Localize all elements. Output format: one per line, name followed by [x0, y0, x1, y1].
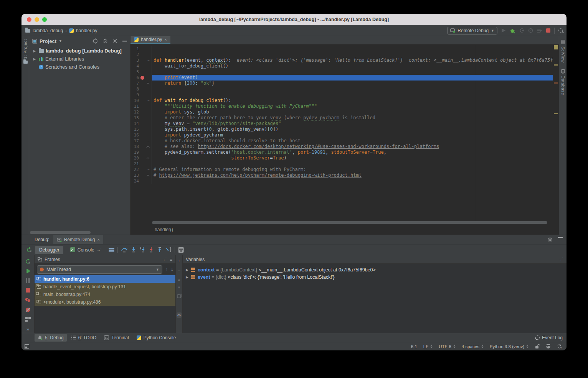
rerun-icon[interactable]: [25, 258, 31, 265]
encoding-widget[interactable]: UTF-8: [439, 344, 456, 349]
gutter[interactable]: 23: [130, 173, 152, 178]
code-line[interactable]: 2: [130, 52, 553, 58]
project-tree-item[interactable]: Scratches and Consoles: [29, 63, 130, 71]
breakpoint-slot[interactable]: [139, 150, 146, 155]
fold-marker[interactable]: [146, 144, 151, 150]
close-icon[interactable]: ×: [164, 37, 167, 42]
tree-item-label[interactable]: Scratches and Consoles: [45, 64, 99, 70]
variable-value[interactable]: <__main__.LambdaContext object at 0x7f6a…: [259, 267, 376, 273]
fold-marker[interactable]: [146, 75, 151, 81]
breakpoint-slot[interactable]: [139, 75, 146, 81]
indent-widget[interactable]: 4 spaces: [462, 344, 484, 349]
gutter[interactable]: 14: [130, 121, 152, 127]
frame-label[interactable]: handle_event_request, bootstrap.py:131: [43, 284, 126, 289]
breakpoint-slot[interactable]: [139, 155, 146, 161]
run-with-coverage-button[interactable]: [519, 28, 524, 33]
gutter[interactable]: 4: [130, 63, 152, 69]
variable-name[interactable]: context: [198, 267, 215, 273]
fold-marker[interactable]: [146, 86, 151, 92]
run-configuration-select[interactable]: Remote Debug ▼: [447, 27, 497, 35]
database-stripe-label[interactable]: Database: [561, 76, 565, 95]
chevron-down-icon[interactable]: ▼: [59, 39, 62, 43]
warning-mark[interactable]: [554, 82, 558, 84]
stop-button[interactable]: [546, 28, 550, 33]
variable-name[interactable]: event: [198, 274, 210, 280]
breakpoint-slot[interactable]: [139, 52, 146, 58]
breakpoint-slot[interactable]: [139, 121, 146, 127]
tab-debugger[interactable]: Debugger: [35, 246, 63, 254]
profiler-button[interactable]: [528, 28, 533, 33]
close-window-button[interactable]: [27, 17, 31, 22]
run-to-cursor-icon[interactable]: [165, 247, 172, 253]
minimize-window-button[interactable]: [35, 17, 39, 22]
run-anything-button[interactable]: [537, 28, 542, 33]
gutter[interactable]: 15: [130, 127, 152, 132]
project-panel-title[interactable]: Project: [40, 38, 56, 44]
run-button[interactable]: [501, 28, 506, 33]
fold-marker[interactable]: −: [146, 167, 151, 173]
fold-marker[interactable]: [146, 127, 151, 132]
breakpoint-slot[interactable]: [139, 167, 146, 173]
variable-value[interactable]: <class 'dict'>: {'message': 'Hello from …: [228, 274, 334, 280]
step-over-icon[interactable]: [121, 247, 128, 253]
code-line[interactable]: 16 import pydevd_pycharm: [130, 132, 553, 138]
editor-breadcrumb-label[interactable]: handler(): [155, 227, 173, 232]
debug-session-tab-label[interactable]: Remote Debug: [64, 237, 95, 242]
fold-marker[interactable]: [146, 161, 151, 167]
tree-item-label[interactable]: External Libraries: [45, 56, 84, 62]
gutter[interactable]: 9: [130, 92, 152, 98]
stack-frame-row[interactable]: handler, handler.py:6: [35, 275, 175, 283]
gutter[interactable]: 19: [130, 150, 152, 155]
frame-label[interactable]: handler, handler.py:6: [43, 276, 89, 282]
highlighting-level-icon[interactable]: [546, 344, 551, 349]
editor-breadcrumb[interactable]: handler(): [130, 225, 559, 235]
breakpoint-slot[interactable]: [139, 161, 146, 167]
fold-marker[interactable]: [146, 52, 151, 58]
breakpoint-slot[interactable]: [139, 138, 146, 144]
step-into-icon[interactable]: [131, 247, 136, 253]
code-line[interactable]: 20 stderrToServer=True): [130, 155, 553, 161]
breakpoint-slot[interactable]: [139, 46, 146, 52]
code-line[interactable]: 5: [130, 69, 553, 75]
event-log-label[interactable]: Event Log: [542, 335, 563, 340]
pin-icon[interactable]: →˙: [97, 248, 102, 252]
event-log-button[interactable]: Event Log: [535, 335, 563, 340]
code-area[interactable]: 123−def handler(event, context): event: …: [130, 44, 553, 221]
caret-position[interactable]: 6:1: [411, 344, 417, 349]
breakpoint-slot[interactable]: [139, 144, 146, 150]
tab-console-label[interactable]: Console: [78, 247, 94, 253]
fold-marker[interactable]: [146, 92, 151, 98]
breakpoint-slot[interactable]: [139, 104, 146, 109]
tab-console[interactable]: Console →˙: [66, 246, 106, 254]
line-separator-widget[interactable]: LF: [423, 344, 433, 349]
code-line[interactable]: 23# https://www.jetbrains.com/help/pycha…: [130, 173, 553, 178]
variable-row[interactable]: ▶context = {LambdaContext} <__main__.Lam…: [183, 266, 567, 273]
next-frame-icon[interactable]: ↓: [171, 267, 173, 272]
stop-icon[interactable]: [26, 288, 30, 293]
debug-session-tab[interactable]: Remote Debug ×: [53, 235, 103, 244]
gutter[interactable]: 2: [130, 52, 152, 58]
rerun-debug-icon[interactable]: [26, 247, 32, 253]
gutter[interactable]: 21: [130, 161, 152, 167]
fold-marker[interactable]: [146, 155, 151, 161]
breakpoint-slot[interactable]: [139, 173, 146, 178]
fold-marker[interactable]: −: [146, 98, 151, 104]
code-line[interactable]: 13 # enter the correct path here to your…: [130, 115, 553, 121]
breakpoint-slot[interactable]: [139, 63, 146, 69]
editor-horizontal-scrollbar[interactable]: [152, 221, 551, 224]
sciview-stripe-label[interactable]: SciView: [561, 46, 565, 62]
gear-icon[interactable]: [547, 237, 553, 242]
code-line[interactable]: 7 return {200: "ok"}: [130, 81, 553, 86]
scrollbar-thumb[interactable]: [152, 221, 547, 224]
breakpoint-slot[interactable]: [139, 92, 146, 98]
frame-label[interactable]: <module>, bootstrap.py:486: [43, 299, 101, 305]
code-line[interactable]: 24: [130, 178, 553, 184]
gutter[interactable]: 1: [130, 46, 152, 52]
code-line[interactable]: 8: [130, 86, 553, 92]
code-line[interactable]: 19 pydevd_pycharm.settrace('host.docker.…: [130, 150, 553, 155]
fold-marker[interactable]: [146, 46, 151, 52]
code-line[interactable]: 12 import sys, glob: [130, 109, 553, 115]
breakpoint-slot[interactable]: [139, 178, 146, 184]
restore-layout-icon[interactable]: [25, 317, 31, 322]
fold-marker[interactable]: −: [146, 138, 151, 144]
